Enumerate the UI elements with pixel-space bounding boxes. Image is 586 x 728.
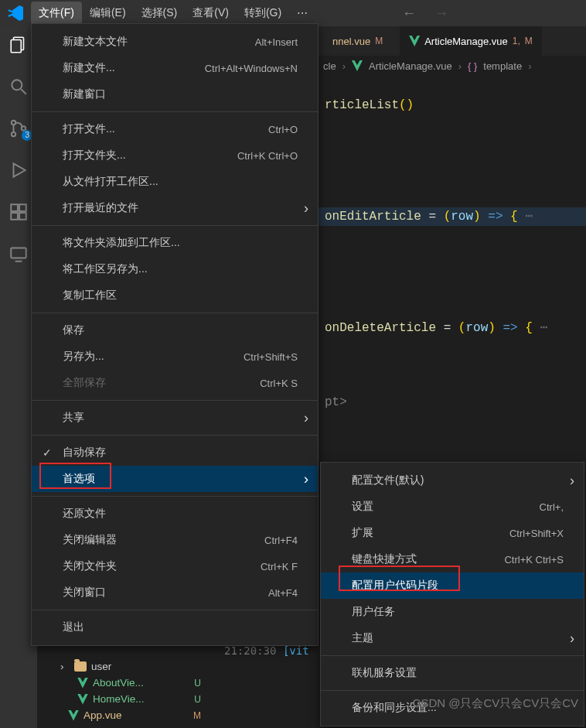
menu-save-all: 全部保存Ctrl+K S <box>32 370 318 396</box>
menu-separator <box>32 435 318 436</box>
breadcrumb-section[interactable]: template <box>483 60 522 72</box>
remote-icon[interactable] <box>8 243 29 265</box>
menu-separator <box>32 400 318 401</box>
source-control-icon[interactable]: 3 <box>8 118 29 139</box>
preferences-submenu: 配置文件(默认) 设置Ctrl+, 扩展Ctrl+Shift+X 键盘快捷方式C… <box>320 462 584 726</box>
menu-open-workspace[interactable]: 从文件打开工作区... <box>32 169 318 195</box>
run-debug-icon[interactable] <box>8 159 29 181</box>
chevron-right-icon: › <box>458 60 462 72</box>
svg-marker-7 <box>14 163 26 176</box>
vue-icon <box>68 710 79 721</box>
tab-problems: 1, <box>513 36 520 46</box>
svg-point-4 <box>12 121 15 125</box>
tree-file[interactable]: AboutVie... U <box>46 675 201 691</box>
tree-label: user <box>91 661 111 672</box>
tab-modified-mark: M <box>525 36 533 46</box>
submenu-user-tasks[interactable]: 用户任务 <box>321 599 584 625</box>
menu-save[interactable]: 保存 <box>32 317 318 343</box>
menu-revert-file[interactable]: 还原文件 <box>32 501 318 527</box>
svg-rect-10 <box>19 213 26 220</box>
menubar: 文件(F) 编辑(E) 选择(S) 查看(V) 转到(G) ⋯ ← → <box>0 0 586 26</box>
submenu-user-snippets[interactable]: 配置用户代码片段 <box>321 572 584 599</box>
svg-point-5 <box>12 132 15 136</box>
braces-icon: { } <box>468 60 477 72</box>
search-icon[interactable] <box>8 76 29 97</box>
menu-separator <box>321 690 584 691</box>
watermark: CSDN @只会CV只会CV只会CV <box>413 696 578 711</box>
menu-save-as[interactable]: 另存为...Ctrl+Shift+S <box>32 343 318 370</box>
extensions-icon[interactable] <box>8 201 29 223</box>
menu-open-recent[interactable]: 打开最近的文件 <box>32 195 318 221</box>
tab-inactive[interactable]: nnel.vue M <box>323 26 392 56</box>
menu-new-file[interactable]: 新建文件...Ctrl+Alt+Windows+N <box>32 55 318 81</box>
nav-back-icon[interactable]: ← <box>402 5 416 22</box>
svg-rect-11 <box>19 204 26 211</box>
menu-exit[interactable]: 退出 <box>32 614 318 641</box>
menu-close-editor[interactable]: 关闭编辑器Ctrl+F4 <box>32 527 318 553</box>
chevron-right-icon: › <box>342 60 346 72</box>
terminal-output: 21:20:30 [vit <box>224 644 309 657</box>
menu-view[interactable]: 查看(V) <box>185 2 237 25</box>
menu-preferences[interactable]: 首选项 <box>32 466 318 492</box>
git-status: U <box>194 694 201 705</box>
menu-open-file[interactable]: 打开文件...Ctrl+O <box>32 116 318 142</box>
submenu-extensions[interactable]: 扩展Ctrl+Shift+X <box>321 520 584 546</box>
menu-file[interactable]: 文件(F) <box>31 2 82 25</box>
menu-close-folder[interactable]: 关闭文件夹Ctrl+K F <box>32 553 318 579</box>
tab-label: ArticleManage.vue <box>424 36 508 47</box>
nav-history: ← → <box>402 0 448 26</box>
svg-point-2 <box>12 80 22 90</box>
menu-duplicate-workspace[interactable]: 复制工作区 <box>32 282 318 309</box>
menu-close-window[interactable]: 关闭窗口Alt+F4 <box>32 579 318 606</box>
svg-rect-8 <box>11 204 18 211</box>
explorer-icon[interactable] <box>8 34 29 56</box>
menu-add-folder[interactable]: 将文件夹添加到工作区... <box>32 230 318 256</box>
tab-active[interactable]: ArticleManage.vue 1, M <box>400 26 542 56</box>
menu-separator <box>32 225 318 226</box>
menu-selection[interactable]: 选择(S) <box>134 2 186 25</box>
menu-edit[interactable]: 编辑(E) <box>82 2 134 25</box>
tree-folder[interactable]: › user <box>46 658 201 675</box>
menu-separator <box>321 655 584 656</box>
chevron-right-icon: › <box>60 661 64 672</box>
submenu-keyboard-shortcuts[interactable]: 键盘快捷方式Ctrl+K Ctrl+S <box>321 546 584 572</box>
menu-new-text-file[interactable]: 新建文本文件Alt+Insert <box>32 29 318 55</box>
file-menu-dropdown: 新建文本文件Alt+Insert 新建文件...Ctrl+Alt+Windows… <box>31 23 319 646</box>
breadcrumb-file[interactable]: ArticleManage.vue <box>369 60 452 72</box>
menu-autosave[interactable]: 自动保存 <box>32 439 318 466</box>
git-status: U <box>194 678 201 689</box>
tree-file[interactable]: HomeVie... U <box>46 691 201 707</box>
submenu-online-services[interactable]: 联机服务设置 <box>321 660 584 686</box>
tree-label: HomeVie... <box>93 693 145 705</box>
submenu-theme[interactable]: 主题 <box>321 625 584 651</box>
menu-save-workspace-as[interactable]: 将工作区另存为... <box>32 256 318 282</box>
terminal-time: 21:20:30 <box>224 644 276 657</box>
menu-separator <box>32 610 318 610</box>
vscode-logo-icon <box>8 5 23 21</box>
menu-separator <box>32 496 318 497</box>
submenu-settings[interactable]: 设置Ctrl+, <box>321 494 584 520</box>
breadcrumb-folder[interactable]: cle <box>323 60 336 72</box>
git-status: M <box>193 710 201 721</box>
menu-overflow-icon[interactable]: ⋯ <box>289 2 315 24</box>
tree-label: AboutVie... <box>93 677 144 689</box>
menu-open-folder[interactable]: 打开文件夹...Ctrl+K Ctrl+O <box>32 142 318 169</box>
vue-icon <box>77 694 88 705</box>
tree-file[interactable]: App.vue M <box>46 707 201 723</box>
nav-forward-icon[interactable]: → <box>434 5 448 22</box>
menu-separator <box>32 111 318 112</box>
tree-label: App.vue <box>83 709 122 721</box>
menu-share[interactable]: 共享 <box>32 405 318 431</box>
svg-rect-12 <box>11 248 26 258</box>
chevron-right-icon: › <box>528 60 531 72</box>
folder-icon <box>74 661 87 672</box>
vue-icon <box>409 36 420 46</box>
vue-icon <box>77 678 88 689</box>
menu-go[interactable]: 转到(G) <box>237 2 289 25</box>
submenu-profile[interactable]: 配置文件(默认) <box>321 467 584 494</box>
terminal-tag: [vit <box>283 644 309 657</box>
breadcrumb[interactable]: cle › ArticleManage.vue › { } template › <box>323 56 586 76</box>
svg-rect-1 <box>11 40 21 53</box>
menu-new-window[interactable]: 新建窗口 <box>32 81 318 108</box>
svg-line-3 <box>21 89 26 94</box>
